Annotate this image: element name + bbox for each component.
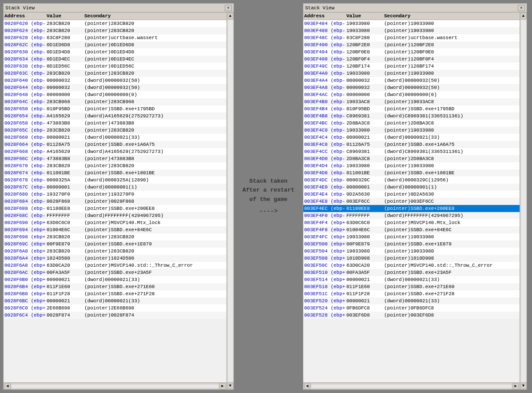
left-scroll-left-btn[interactable]: ◄ (4, 383, 11, 389)
table-row[interactable]: 0028F6C0 (ebp+30) 2E66B698 (pointer)2E66… (4, 305, 226, 312)
left-h-scroll-track[interactable] (12, 385, 218, 388)
table-row[interactable]: 003EF4D4 (ebp-20) 19033980 (pointer)1903… (303, 162, 520, 169)
table-row[interactable]: 0028F650 (ebp-40) 010F95BD (pointer)SSBD… (4, 105, 226, 112)
table-row[interactable]: 003EF4FC (ebp+8) 19033980 (pointer)19033… (303, 233, 520, 241)
table-row[interactable]: 0028F66C (ebp-24) 473883B8 (pointer)4738… (4, 155, 226, 162)
table-row[interactable]: 003EF4F4 (ebp+0) 63D0C6C0 (pointer)MSVCP… (303, 219, 520, 226)
right-v-scrollbar[interactable]: ▲ ▼ (520, 12, 527, 389)
table-row[interactable]: 0028F690 (ebp+0) 63D0C6C0 (pointer)MSVCP… (4, 219, 226, 226)
table-row[interactable]: 0028F65C (ebp-34) 283CB820 (pointer)283C… (4, 127, 226, 134)
table-row[interactable]: 003EF50C (ebp+18) 63D0CA20 (pointer)MSVC… (303, 262, 520, 269)
table-row[interactable]: 0028F63C (ebp-54) 283CB820 (pointer)283C… (4, 70, 226, 77)
table-row[interactable]: 0028F6C4 (ebp+34) 0028F874 (pointer)0028… (4, 312, 226, 319)
table-row[interactable]: 0028F640 (ebp-50) 00000032 (dword)000000… (4, 77, 226, 84)
right-scroll-left-btn[interactable]: ◄ (304, 383, 310, 389)
right-h-scroll-track[interactable] (311, 385, 512, 388)
table-row[interactable]: 0028F644 (ebp-4C) 00000032 (dword)000000… (4, 84, 226, 91)
table-row[interactable]: 003EF498 (ebp-5C) 120BF0F4 (pointer)120B… (303, 56, 520, 63)
table-row[interactable]: 003EF4DC (ebp-18) 0000329C (dword)000032… (303, 176, 520, 184)
table-row[interactable]: 0028F654 (ebp-3C) A4165629 (dword)A41656… (4, 112, 226, 120)
table-row[interactable]: 003EF510 (ebp+1C) 00FA3A5F (pointer)SSBD… (303, 269, 520, 276)
table-row[interactable]: 003EF4F8 (ebp+4) 01004E6C (pointer)SSBD.… (303, 226, 520, 233)
right-scroll-up-btn[interactable]: ▲ (520, 13, 527, 19)
table-row[interactable]: 0028F688 (ebp-8) 01180EE8 (pointer)SSBD.… (4, 205, 226, 212)
right-scroll-down-btn[interactable]: ▼ (520, 383, 527, 389)
left-scroll-up-btn[interactable]: ▲ (227, 13, 234, 19)
table-row[interactable]: 0028F638 (ebp-58) 0D1ED56C (pointer)0D1E… (4, 63, 226, 70)
right-close-button[interactable]: ✕ (518, 5, 525, 11)
table-row[interactable]: 0028F664 (ebp-2C) 01126A75 (pointer)SSBD… (4, 141, 226, 148)
table-row[interactable]: 003EF500 (ebp+C) 00F9E879 (pointer)SSBD.… (303, 241, 520, 248)
table-row[interactable]: 0028F678 (ebp-18) 0000325A (dword)000032… (4, 176, 226, 184)
table-row[interactable]: 0028F658 (ebp-38) 473883B8 (pointer)4738… (4, 120, 226, 127)
table-row[interactable]: 0028F674 (ebp-1C) 011001BE (pointer)SSBD… (4, 169, 226, 176)
table-row[interactable]: 0028F69C (ebp+C) 00F9E879 (pointer)SSBD.… (4, 241, 226, 248)
table-row[interactable]: 003EF4F0 (ebp-4) FFFFFFFF (dword)FFFFFFF… (303, 212, 520, 219)
table-row[interactable]: 003EF4B8 (ebp-3C) C8969381 (dword)C89693… (303, 112, 520, 120)
right-h-scrollbar[interactable]: ◄ ► (303, 382, 520, 389)
table-row[interactable]: 0028F684 (ebp-C) 0028F868 (pointer)0028F… (4, 198, 226, 205)
table-row[interactable]: 003EF494 (ebp-60) 120BF0E0 (pointer)120B… (303, 48, 520, 56)
table-row[interactable]: 003EF4D0 (ebp-24) 2D8BA3C8 (pointer)2D8B… (303, 155, 520, 162)
table-row[interactable]: 003EF4A8 (ebp-4C) 00000032 (dword)000000… (303, 84, 520, 91)
table-row[interactable]: 003EF4C4 (ebp-30) 00000021 (dword)000000… (303, 134, 520, 141)
table-row[interactable]: 0028F628 (ebp-68) 63C8F280 (pointer)ucrt… (4, 34, 226, 41)
table-row[interactable]: 003EF4E4 (ebp-10) 0D2A5630 (pointer)0D2A… (303, 191, 520, 198)
table-row[interactable]: 0028F680 (ebp-10) 193270F0 (pointer)1932… (4, 191, 226, 198)
right-table-body[interactable]: 003EF484 (ebp-70) 19033980 (pointer)1903… (303, 20, 520, 382)
table-row[interactable]: 003EF484 (ebp-70) 19033980 (pointer)1903… (303, 20, 520, 27)
table-row[interactable]: 003EF4E0 (ebp-14) 00000001 (dword)000000… (303, 184, 520, 191)
table-row[interactable]: 003EF488 (ebp-6C) 19033980 (pointer)1903… (303, 27, 520, 34)
table-row[interactable]: 003EF4EC (ebp-8) 01180EE8 (pointer)SSBD.… (303, 205, 520, 212)
table-row[interactable]: 0028F660 (ebp-30) 00000021 (dword)000000… (4, 134, 226, 141)
table-row[interactable]: 0028F668 (ebp-28) A4165629 (dword)A41656… (4, 148, 226, 155)
table-row[interactable]: 0028F6BC (ebp+2C) 00000021 (dword)000000… (4, 297, 226, 305)
table-row[interactable]: 0028F62C (ebp-64) 0D1ED6D8 (pointer)0D1E… (4, 41, 226, 48)
table-row[interactable]: 0028F6A8 (ebp+18) 63D0CA20 (pointer)MSVC… (4, 262, 226, 269)
table-row[interactable]: 0028F6A0 (ebp+10) 283CB820 (pointer)283C… (4, 248, 226, 255)
table-row[interactable]: 003EF4E8 (ebp-C) 003EF6CC (pointer)003EF… (303, 198, 520, 205)
table-row[interactable]: 0028F670 (ebp-20) 283CB820 (pointer)283C… (4, 162, 226, 169)
table-row[interactable]: 003EF520 (ebp+2C) 00000021 (dword)000000… (303, 297, 520, 305)
table-row[interactable]: 0028F6B0 (ebp+20) 00000021 (dword)000000… (4, 276, 226, 283)
table-row[interactable]: 0028F68C (ebp-4) FFFFFFFF (dword)FFFFFFF… (4, 212, 226, 219)
left-v-scrollbar[interactable]: ▲ ▼ (226, 12, 234, 389)
table-row[interactable]: 003EF4A4 (ebp-50) 00000032 (dword)000000… (303, 77, 520, 84)
right-v-scroll-track[interactable] (521, 20, 526, 382)
table-row[interactable]: 003EF48C (ebp-68) 63C8F280 (pointer)ucrt… (303, 34, 520, 41)
table-row[interactable]: 003EF504 (ebp+10) 19033980 (pointer)1903… (303, 248, 520, 255)
table-row[interactable]: 003EF4BC (ebp-38) 2D8BA3C8 (pointer)2D8B… (303, 120, 520, 127)
table-row[interactable]: 0028F6B8 (ebp+28) 011F1F28 (pointer)SSBD… (4, 290, 226, 297)
table-row[interactable]: 0028F630 (ebp-60) 0D1ED4D8 (pointer)0D1E… (4, 48, 226, 56)
table-row[interactable]: 0028F6AC (ebp+1C) 00FA3A5F (pointer)SSBD… (4, 269, 226, 276)
table-row[interactable]: 0028F698 (ebp+8) 283CB820 (pointer)283CB… (4, 233, 226, 241)
left-table-body[interactable]: 0028F620 (ebp-70) 283CB820 (pointer)283C… (4, 20, 226, 382)
left-scroll-down-btn[interactable]: ▼ (227, 383, 234, 389)
table-row[interactable]: 0028F6A4 (ebp+14) 1024D580 (pointer)1024… (4, 255, 226, 262)
table-row[interactable]: 0028F6B4 (ebp+24) 011F1E60 (pointer)SSBD… (4, 283, 226, 290)
left-scroll-right-btn[interactable]: ► (219, 383, 226, 389)
left-close-button[interactable]: ✕ (225, 5, 232, 11)
table-row[interactable]: 003EF4C8 (ebp-2C) 01126A75 (pointer)SSBD… (303, 141, 520, 148)
table-row[interactable]: 003EF51C (ebp+28) 011F1F28 (pointer)SSBD… (303, 290, 520, 297)
table-row[interactable]: 0028F634 (ebp-5C) 0D1ED4EC (pointer)0D1E… (4, 56, 226, 63)
table-row[interactable]: 0028F620 (ebp-70) 283CB820 (pointer)283C… (4, 20, 226, 27)
table-row[interactable]: 003EF508 (ebp+14) 1010D908 (pointer)1010… (303, 255, 520, 262)
left-v-scroll-track[interactable] (228, 20, 233, 382)
table-row[interactable]: 0028F67C (ebp-14) 00000001 (dword)000000… (4, 184, 226, 191)
table-row[interactable]: 003EF4B4 (ebp-40) 010F95BD (pointer)SSBD… (303, 105, 520, 112)
table-row[interactable]: 003EF4D8 (ebp-1C) 011001BE (pointer)SSBD… (303, 169, 520, 176)
right-scroll-right-btn[interactable]: ► (512, 383, 519, 389)
table-row[interactable]: 003EF4CC (ebp-28) C8969381 (dword)C89693… (303, 148, 520, 155)
table-row[interactable]: 0028F624 (ebp-6C) 283CB820 (pointer)283C… (4, 27, 226, 34)
table-row[interactable]: 0028F64C (ebp-44) 283CB968 (pointer)283C… (4, 98, 226, 105)
table-row[interactable]: 003EF518 (ebp+24) 011F1E60 (pointer)SSBD… (303, 283, 520, 290)
table-row[interactable]: 003EF524 (ebp+30) 0FB6DFC8 (pointer)0FB6… (303, 305, 520, 312)
table-row[interactable]: 0028F694 (ebp+4) 01004E6C (pointer)SSBD.… (4, 226, 226, 233)
table-row[interactable]: 003EF4C0 (ebp-34) 19033980 (pointer)1903… (303, 127, 520, 134)
table-row[interactable]: 003EF514 (ebp+20) 00000021 (dword)000000… (303, 276, 520, 283)
table-row[interactable]: 003EF4A0 (ebp-54) 19033980 (pointer)1903… (303, 70, 520, 77)
table-row[interactable]: 003EF490 (ebp-64) 120BF2E0 (pointer)120B… (303, 41, 520, 48)
table-row[interactable]: 003EF49C (ebp-58) 120BF174 (pointer)120B… (303, 63, 520, 70)
table-row[interactable]: 0028F648 (ebp-48) 00000000 (dword)000000… (4, 91, 226, 98)
